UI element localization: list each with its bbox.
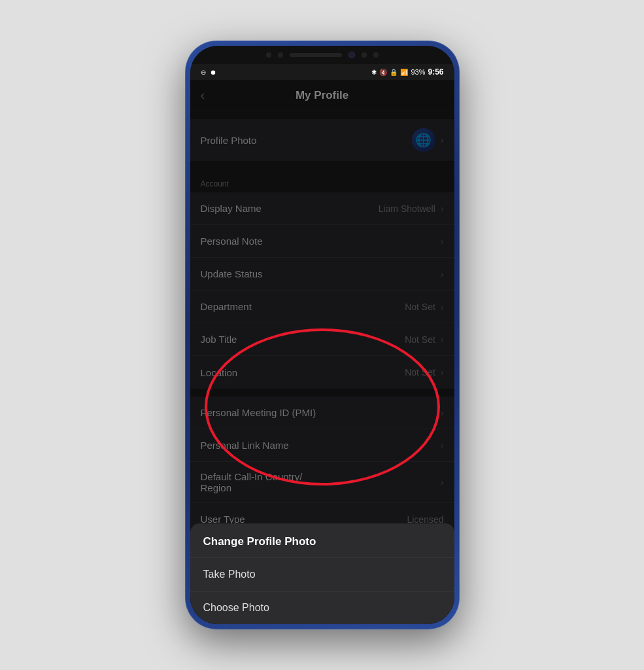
dot-4 [373,52,379,58]
mute-icon: 🔇 [379,69,387,76]
spotify-icon: ⏺ [210,69,216,76]
dot-1 [266,52,271,58]
change-photo-sheet: Change Profile Photo Take Photo Choose P… [190,523,454,624]
phone-top-hardware [190,46,454,64]
choose-photo-option[interactable]: Choose Photo [190,591,454,624]
phone-screen: ⊖ ⏺ ✱ 🔇 🔒 📶 93% 9:56 ‹ My Profile [190,46,454,624]
wifi-icon: 📶 [400,69,408,76]
speaker [290,53,342,57]
status-left: ⊖ ⏺ [201,69,216,76]
modal-overlay[interactable]: Change Profile Photo Take Photo Choose P… [190,80,454,624]
sheet-title: Change Profile Photo [190,523,454,558]
dot-2 [278,52,283,58]
phone-frame: ⊖ ⏺ ✱ 🔇 🔒 📶 93% 9:56 ‹ My Profile [185,41,460,629]
battery-level: 93% [411,68,425,76]
bluetooth-icon: ✱ [371,69,377,76]
status-bar: ⊖ ⏺ ✱ 🔇 🔒 📶 93% 9:56 [190,64,454,80]
dot-3 [362,52,367,58]
take-photo-option[interactable]: Take Photo [190,558,454,591]
status-time: 9:56 [428,67,443,77]
front-camera [348,52,355,58]
lock-icon: 🔒 [390,69,398,76]
notification-icon: ⊖ [201,69,206,76]
app-content: ‹ My Profile Profile Photo 🌐 › [190,80,454,624]
status-right: ✱ 🔇 🔒 📶 93% 9:56 [371,67,443,77]
